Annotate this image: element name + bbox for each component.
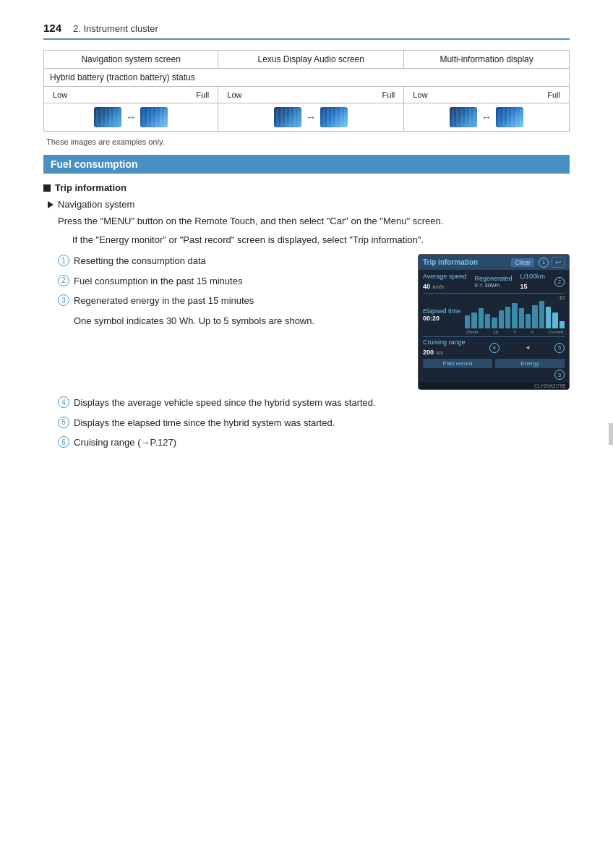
item-text-1: Resetting the consumption data xyxy=(74,254,406,268)
bottom-item-text-6: Cruising range (→P.127) xyxy=(74,435,176,450)
col3-battery-low-img xyxy=(450,107,477,127)
col3-low: Low xyxy=(413,90,427,99)
bottom-item-4: 4 Displays the average vehicle speed sin… xyxy=(58,396,570,410)
battery-image-row: ↔ ↔ ↔ xyxy=(44,103,570,132)
fuel-section-header: Fuel consumption xyxy=(43,155,570,174)
chart-label-0: 0 xyxy=(531,330,533,334)
page-header: 124 2. Instrument cluster xyxy=(43,22,570,34)
bar-6 xyxy=(505,307,510,328)
screen-divider2 xyxy=(423,336,565,337)
indent-text: If the "Energy monitor" or "Past record"… xyxy=(72,233,570,247)
bar-10 xyxy=(532,305,537,328)
screen-bottom-row: Past record Energy xyxy=(423,359,565,368)
one-symbol-note: One symbol indicates 30 Wh. Up to 5 symb… xyxy=(74,314,406,328)
arrow-icon-3: ↔ xyxy=(481,111,492,123)
col2-labels: Low Full xyxy=(218,87,404,103)
item-text-3: Regenerated energy in the past 15 minute… xyxy=(74,294,406,308)
numbered-section: 1 Resetting the consumption data 2 Fuel … xyxy=(58,254,570,390)
col2-battery-low-img xyxy=(274,107,301,127)
trip-heading: Trip information xyxy=(43,182,570,193)
bar-14 xyxy=(560,321,565,328)
bar-3 xyxy=(485,314,490,328)
num-badge-3: 3 xyxy=(58,294,69,306)
cruising-row: Cruising range 200 km 4 ◄ 5 xyxy=(423,339,565,357)
elapsed-row: Elapsed time 00:20 10 15min 10 5 0 Curre… xyxy=(423,295,565,334)
bar-5 xyxy=(499,310,504,328)
col1-labels: Low Full xyxy=(44,87,218,103)
bar-chart-area: 10 15min 10 5 0 Current xyxy=(465,295,565,334)
chart-label-15: 15min xyxy=(466,330,478,334)
screen-clear-btn[interactable]: Clear xyxy=(511,258,534,267)
bar-chart xyxy=(465,301,565,330)
avg-speed-unit: km/h xyxy=(433,284,444,289)
elapsed-block: Elapsed time 00:20 xyxy=(423,307,460,322)
col2-battery-full-img xyxy=(320,107,348,127)
col3-battery-full-img xyxy=(496,107,523,127)
num3-badge: 3 xyxy=(554,370,565,380)
col1-battery-full-img xyxy=(140,107,168,127)
avg-speed-label: Average speed xyxy=(423,273,466,280)
cruising-value: 200 xyxy=(423,349,434,356)
screen-title-text: Trip information xyxy=(423,258,478,266)
col1-images: ↔ xyxy=(44,103,218,132)
bar-9 xyxy=(526,314,531,328)
arrow-icon-2: ↔ xyxy=(306,111,316,123)
span-row: Hybrid battery (traction battery) status xyxy=(44,69,570,87)
cruising-label: Cruising range xyxy=(423,339,466,346)
bottom-item-text-4: Displays the average vehicle speed since… xyxy=(74,396,376,410)
col2-full: Full xyxy=(382,90,395,99)
cruising-unit: km xyxy=(437,350,443,355)
page-number: 124 xyxy=(43,22,61,34)
col3-header: Multi-information display xyxy=(404,51,570,69)
bar-13 xyxy=(552,312,557,328)
avg-speed-value: 40 xyxy=(423,283,430,290)
bottom-item-6: 6 Cruising range (→P.127) xyxy=(58,435,570,450)
span-label: Hybrid battery (traction battery) status xyxy=(44,69,570,87)
right-edge-mark xyxy=(609,423,613,445)
num4-left-badge: 4 xyxy=(489,343,500,353)
bar-4 xyxy=(492,318,497,328)
consumption-label: L/100km xyxy=(520,273,545,280)
num2-badge: 2 xyxy=(554,277,565,287)
col3-labels: Low Full xyxy=(404,87,570,103)
chart-label-10: 10 xyxy=(493,330,498,334)
triangle-bullet-icon xyxy=(48,201,53,208)
col2-images: ↔ xyxy=(218,103,404,132)
list-item-2: 2 Fuel consumption in the past 15 minute… xyxy=(58,274,406,289)
screen-divider1 xyxy=(423,293,565,294)
bottom-items: 4 Displays the average vehicle speed sin… xyxy=(58,396,570,450)
elapsed-value: 00:20 xyxy=(423,315,460,322)
bottom-item-5: 5 Displays the elapsed time since the hy… xyxy=(58,416,570,430)
regenerated-block: Regenerated ≡ = 30Wh xyxy=(474,275,512,289)
consumption-block: L/100km 15 xyxy=(520,273,545,291)
arrow-icon: ↔ xyxy=(126,111,136,123)
energy-btn[interactable]: Energy xyxy=(495,359,565,368)
battery-label-row: Low Full Low Full Low Full xyxy=(44,87,570,103)
num1-badge: 1 xyxy=(539,258,549,268)
screen-title-bar: Trip information Clear 1 ↩ xyxy=(419,255,569,270)
col1-full: Full xyxy=(197,90,210,99)
screen-avg-row: Average speed 40 km/h Regenerated ≡ = 30… xyxy=(423,273,565,291)
item-text-2: Fuel consumption in the past 15 minutes xyxy=(74,274,406,289)
page-chapter: 2. Instrument cluster xyxy=(73,23,158,34)
num-badge-4: 4 xyxy=(58,396,69,408)
num-badge-6: 6 xyxy=(58,436,69,448)
bar-8 xyxy=(519,308,524,328)
bottom-item-text-5: Displays the elapsed time since the hybr… xyxy=(74,416,335,430)
avg-speed-block: Average speed 40 km/h xyxy=(423,273,466,291)
list-item-3: 3 Regenerated energy in the past 15 minu… xyxy=(58,294,406,308)
chart-label-current: Current xyxy=(549,330,563,334)
screen-body: Average speed 40 km/h Regenerated ≡ = 30… xyxy=(419,270,569,383)
num-badge-5: 5 xyxy=(58,417,69,428)
screen-back-btn[interactable]: ↩ xyxy=(552,257,565,268)
trip-heading-text: Trip information xyxy=(55,182,127,193)
col3-images: ↔ xyxy=(404,103,570,132)
past-record-btn[interactable]: Past record xyxy=(423,359,492,368)
square-bullet-icon xyxy=(43,184,51,192)
bar-0 xyxy=(465,315,470,328)
col3-full: Full xyxy=(547,90,560,99)
chart-label-5: 5 xyxy=(513,330,515,334)
battery-table: Navigation system screen Lexus Display A… xyxy=(43,50,570,132)
table-header-row: Navigation system screen Lexus Display A… xyxy=(44,51,570,69)
col1-header: Navigation system screen xyxy=(44,51,218,69)
